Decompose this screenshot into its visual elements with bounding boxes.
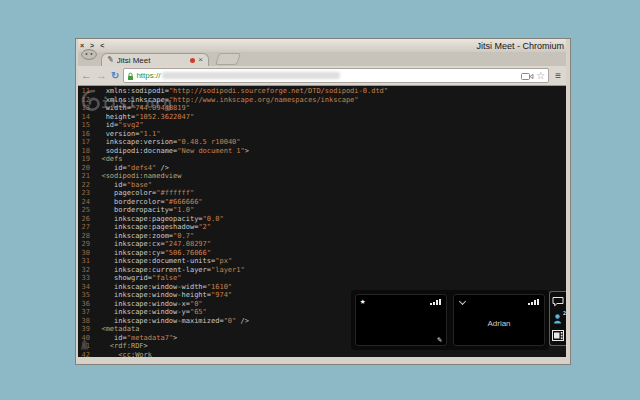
tab-strip: ✎ Jitsi Meet ×: [78, 52, 566, 66]
connection-signal-icon[interactable]: [430, 299, 441, 305]
window-title: Jitsi Meet - Chromium: [476, 41, 564, 51]
browser-window: × > < Jitsi Meet - Chromium ✎ Jitsi Meet…: [75, 38, 571, 365]
code-line-23: 23 pagecolor="#ffffff": [78, 189, 566, 198]
code-text: version="1.1": [93, 130, 566, 139]
tab-close-button[interactable]: ×: [198, 56, 203, 64]
line-number: 31: [78, 257, 90, 266]
contacts-count-badge: 2: [563, 310, 566, 316]
code-text: showgrid="false": [93, 274, 566, 283]
line-number: 21: [78, 172, 90, 181]
code-text: bordercolor="#666666": [93, 198, 566, 207]
line-number: 18: [78, 147, 90, 156]
code-text: inkscape:pageopacity="0.0": [93, 215, 566, 224]
code-line-31: 31 inkscape:document-units="px": [78, 257, 566, 266]
watermark-bottom-icon: [80, 339, 89, 352]
code-text: inkscape:cy="506.76066": [93, 249, 566, 258]
code-line-22: 22 id="base": [78, 181, 566, 190]
line-number: 32: [78, 266, 90, 275]
line-number: 11: [78, 87, 90, 96]
chevron-down-icon[interactable]: [459, 298, 466, 305]
code-text: <sodipodi:namedview: [93, 172, 566, 181]
code-text: id="svg2": [93, 121, 566, 130]
code-line-15: 15 id="svg2": [78, 121, 566, 130]
line-number: 19: [78, 155, 90, 164]
filmstrip-panel: ★ ✎ Adrian: [351, 290, 549, 350]
line-number: 28: [78, 232, 90, 241]
dominant-speaker-star-icon: ★: [360, 296, 365, 306]
line-number: 13: [78, 104, 90, 113]
code-line-29: 29 inkscape:cx="247.08297": [78, 240, 566, 249]
code-line-27: 27 inkscape:pageshadow="2": [78, 223, 566, 232]
chat-bubble-icon[interactable]: [552, 296, 564, 307]
profile-avatar-icon[interactable]: [81, 46, 97, 64]
code-line-11: 11 xmlns:sodipodi="http://sodipodi.sourc…: [78, 87, 566, 96]
video-thumbnail-local[interactable]: ★ ✎: [355, 294, 447, 346]
line-number: 12: [78, 96, 90, 105]
page-content: 11 xmlns:sodipodi="http://sodipodi.sourc…: [78, 86, 566, 357]
line-number: 38: [78, 317, 90, 326]
bookmark-star-icon[interactable]: ☆: [536, 71, 545, 81]
code-text: xmlns:inkscape="http://www.inkscape.org/…: [93, 96, 566, 105]
new-tab-button[interactable]: [215, 53, 241, 65]
line-number: 37: [78, 308, 90, 317]
tab-jitsi-meet[interactable]: ✎ Jitsi Meet ×: [101, 53, 209, 66]
tab-media-indicator-icon: [190, 58, 195, 63]
line-number: 39: [78, 325, 90, 334]
url-redacted-text: [162, 72, 339, 79]
line-number: 22: [78, 181, 90, 190]
code-text: id="defs4" />: [93, 164, 566, 173]
code-line-13: 13 width="744.09448819": [78, 104, 566, 113]
code-text: inkscape:pageshadow="2": [93, 223, 566, 232]
code-line-30: 30 inkscape:cy="506.76066": [78, 249, 566, 258]
camera-permission-icon[interactable]: [521, 67, 534, 85]
address-bar[interactable]: https:// ☆: [123, 68, 549, 83]
code-text: <defs: [93, 155, 566, 164]
code-text: xmlns:sodipodi="http://sodipodi.sourcefo…: [93, 87, 566, 96]
code-line-19: 19 <defs: [78, 155, 566, 164]
line-number: 33: [78, 274, 90, 283]
window-titlebar: × > < Jitsi Meet - Chromium: [78, 39, 566, 52]
tab-label: Jitsi Meet: [117, 56, 188, 65]
code-text: inkscape:current-layer="layer1": [93, 266, 566, 275]
forward-button[interactable]: →: [96, 70, 107, 81]
edit-display-name-icon[interactable]: ✎: [437, 335, 442, 344]
line-number: 35: [78, 291, 90, 300]
connection-signal-icon[interactable]: [528, 299, 539, 305]
code-text: pagecolor="#ffffff": [93, 189, 566, 198]
line-number: 15: [78, 121, 90, 130]
contacts-icon[interactable]: 2: [552, 313, 564, 324]
code-text: inkscape:version="0.48.5 r10040": [93, 138, 566, 147]
browser-toolbar: ← → ↻ https:// ☆ ≡: [78, 66, 566, 86]
participant-name: Adrian: [454, 319, 544, 328]
line-number: 20: [78, 164, 90, 173]
back-button[interactable]: ←: [81, 70, 92, 81]
video-thumbnail-remote[interactable]: Adrian: [453, 294, 545, 346]
line-number: 14: [78, 113, 90, 122]
line-number: 26: [78, 215, 90, 224]
code-text: inkscape:document-units="px": [93, 257, 566, 266]
code-text: width="744.09448819": [93, 104, 566, 113]
side-toolbar: 2: [549, 291, 566, 346]
reload-button[interactable]: ↻: [111, 71, 119, 81]
code-line-33: 33 showgrid="false": [78, 274, 566, 283]
code-text: borderopacity="1.0": [93, 206, 566, 215]
code-text: inkscape:zoom="0.7": [93, 232, 566, 241]
code-line-21: 21 <sodipodi:namedview: [78, 172, 566, 181]
code-line-17: 17 inkscape:version="0.48.5 r10040": [78, 138, 566, 147]
line-number: 17: [78, 138, 90, 147]
code-text: <cc:Work: [93, 351, 566, 358]
menu-button[interactable]: ≡: [553, 73, 563, 79]
filmstrip-toggle-icon[interactable]: [552, 330, 564, 341]
code-text: inkscape:cx="247.08297": [93, 240, 566, 249]
window-minimize-button[interactable]: <: [100, 42, 104, 49]
line-number: 16: [78, 130, 90, 139]
line-number: 34: [78, 283, 90, 292]
code-line-42: 42 <cc:Work: [78, 351, 566, 358]
code-line-14: 14 height="1052.3622047": [78, 113, 566, 122]
code-line-25: 25 borderopacity="1.0": [78, 206, 566, 215]
code-line-24: 24 bordercolor="#666666": [78, 198, 566, 207]
lock-icon: [127, 67, 134, 85]
url-scheme: https://: [136, 72, 160, 80]
code-line-32: 32 inkscape:current-layer="layer1": [78, 266, 566, 275]
code-text: sodipodi:docname="New document 1">: [93, 147, 566, 156]
